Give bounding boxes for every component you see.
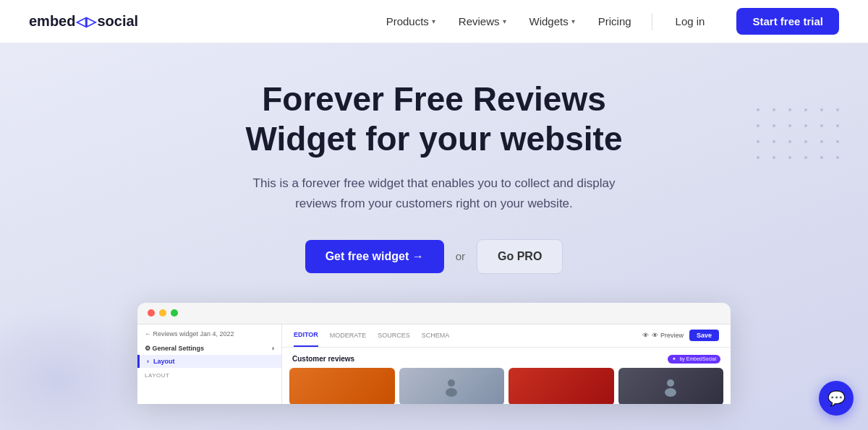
mockup-layout-item[interactable]: ‹ Layout: [137, 355, 281, 368]
mockup-general-settings[interactable]: ⚙ General Settings ›: [137, 342, 281, 355]
or-text: or: [456, 250, 465, 262]
eye-icon: 👁: [642, 332, 649, 339]
blob-decoration: [0, 307, 159, 430]
get-free-widget-button[interactable]: Get free widget →: [305, 240, 444, 273]
products-chevron-icon: ▾: [432, 17, 435, 25]
app-mockup: ← Reviews widget Jan 4, 2022 ⚙ General S…: [137, 303, 731, 404]
photo-1: [289, 368, 395, 404]
svg-point-0: [448, 379, 455, 387]
mockup-main: EDITOR MODERATE SOURCES SCHEMA 👁 👁 Previ…: [282, 324, 731, 404]
go-pro-button[interactable]: Go PRO: [477, 239, 563, 274]
photo-4: [618, 368, 724, 404]
chat-icon: 💬: [827, 390, 846, 407]
svg-point-3: [665, 388, 676, 397]
mockup-preview-button[interactable]: 👁 👁 Preview: [642, 332, 684, 339]
window-close-dot: [148, 309, 155, 317]
svg-point-2: [667, 379, 674, 387]
badge-icon: ✦: [672, 356, 676, 362]
mockup-photos-row: [289, 368, 723, 404]
mockup-titlebar: [137, 303, 731, 324]
nav-pricing[interactable]: Pricing: [590, 9, 640, 33]
logo-arrows: ◁▷: [76, 14, 96, 30]
mockup-layout-section-label: LAYOUT: [137, 368, 281, 380]
mockup-breadcrumb: ← Reviews widget Jan 4, 2022: [137, 330, 281, 342]
logo-text-part2: social: [97, 13, 138, 30]
chat-bubble[interactable]: 💬: [819, 381, 854, 416]
mockup-tabs: EDITOR MODERATE SOURCES SCHEMA: [294, 324, 449, 347]
mockup-body: ← Reviews widget Jan 4, 2022 ⚙ General S…: [137, 324, 731, 404]
start-trial-button[interactable]: Start free trial: [736, 8, 839, 35]
nav-reviews[interactable]: Reviews ▾: [450, 9, 515, 33]
mockup-content: Customer reviews ✦ by EmbedSocial: [282, 348, 731, 404]
tab-sources[interactable]: SOURCES: [378, 324, 410, 347]
cta-row: Get free widget → or Go PRO: [305, 239, 563, 274]
nav-widgets[interactable]: Widgets ▾: [521, 9, 584, 33]
mockup-widget-header: Customer reviews ✦ by EmbedSocial: [289, 355, 723, 364]
mockup-widget-area: Customer reviews ✦ by EmbedSocial: [282, 348, 731, 404]
tab-schema[interactable]: SCHEMA: [422, 324, 450, 347]
mockup-actions: 👁 👁 Preview Save: [642, 330, 719, 341]
dot-grid-decoration: [757, 108, 846, 166]
photo-3: [509, 368, 614, 404]
tab-editor[interactable]: EDITOR: [294, 324, 318, 347]
mockup-sidebar: ← Reviews widget Jan 4, 2022 ⚙ General S…: [137, 324, 282, 404]
widgets-chevron-icon: ▾: [571, 17, 575, 25]
nav-links: Products ▾ Reviews ▾ Widgets ▾ Pricing L…: [378, 9, 723, 33]
window-minimize-dot: [159, 309, 166, 317]
photo-2: [399, 368, 505, 404]
nav-login[interactable]: Log in: [664, 9, 717, 33]
hero-section: Forever Free Reviews Widget for your web…: [0, 43, 868, 430]
reviews-chevron-icon: ▾: [503, 17, 506, 25]
logo-text-part1: embed: [29, 13, 75, 30]
nav-divider: [652, 13, 652, 30]
mockup-tabs-bar: EDITOR MODERATE SOURCES SCHEMA 👁 👁 Previ…: [282, 324, 731, 348]
navbar: embed◁▷social Products ▾ Reviews ▾ Widge…: [0, 0, 868, 43]
svg-point-1: [446, 388, 457, 397]
hero-title: Forever Free Reviews Widget for your web…: [246, 79, 623, 159]
mockup-widget-title: Customer reviews: [292, 355, 354, 363]
hero-subtitle: This is a forever free widget that enabl…: [231, 173, 637, 212]
logo[interactable]: embed◁▷social: [29, 13, 138, 30]
mockup-widget-badge: ✦ by EmbedSocial: [668, 355, 720, 364]
mockup-save-button[interactable]: Save: [689, 330, 719, 341]
window-maximize-dot: [171, 309, 178, 317]
nav-products[interactable]: Products ▾: [378, 9, 444, 33]
tab-moderate[interactable]: MODERATE: [330, 324, 366, 347]
